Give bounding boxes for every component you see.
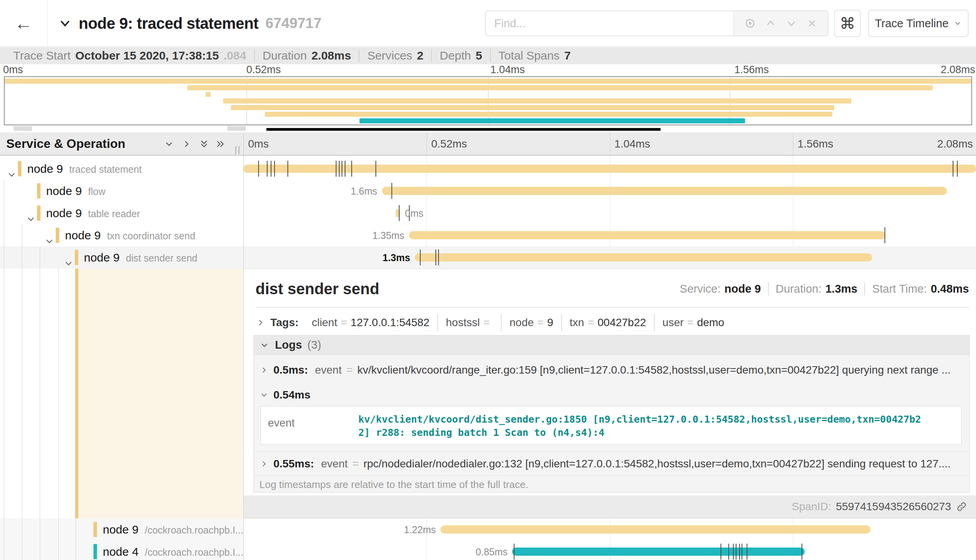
- span-row-2[interactable]: node 9flow1.6ms: [0, 180, 976, 202]
- ruler-lane: 0ms0.52ms1.04ms1.56ms2.08ms: [243, 132, 976, 155]
- span-lane[interactable]: [243, 158, 976, 180]
- span-tree-cell[interactable]: node 4/cockroach.roachpb.I...: [0, 541, 243, 560]
- span-row-4[interactable]: node 9txn coordinator send1.35ms: [0, 224, 976, 246]
- minimap-drag-handle[interactable]: [14, 126, 32, 131]
- span-bar[interactable]: [440, 525, 870, 534]
- find-suffix-buttons: [733, 11, 828, 35]
- kv-value[interactable]: kv/kvclient/kvcoord/dist_sender.go:1850 …: [358, 407, 929, 444]
- chevron-down-icon: [259, 390, 269, 400]
- span-bar[interactable]: [409, 231, 885, 239]
- next-result-icon[interactable]: [785, 17, 798, 30]
- expand-all-icon[interactable]: [215, 139, 226, 149]
- span-tree-cell[interactable]: node 9flow: [0, 180, 243, 202]
- span-row-7[interactable]: node 4/cockroach.roachpb.I...0.85ms: [0, 541, 976, 560]
- tree-guide-line: [4, 180, 4, 560]
- clear-search-icon[interactable]: [805, 17, 819, 30]
- service-color-bar: [75, 250, 78, 265]
- log-marker-tick: [258, 161, 259, 177]
- span-duration-label: 1.22ms: [404, 524, 436, 535]
- span-row-3[interactable]: node 9table reader0ms: [0, 202, 976, 224]
- tree-column-title: Service & Operation: [6, 137, 125, 151]
- summary-trace-start: Trace StartOctober 15 2020, 17:38:15.084: [5, 49, 254, 62]
- log-marker-tick: [391, 183, 392, 199]
- log-entry-1[interactable]: 0.5ms: event = kv/kvclient/kvcoord/range…: [254, 355, 969, 385]
- span-bar[interactable]: [243, 165, 976, 173]
- span-lane[interactable]: 0.85ms: [243, 541, 976, 560]
- service-color-bar: [18, 161, 21, 176]
- view-options-button[interactable]: Trace Timeline: [868, 10, 969, 37]
- tags-row[interactable]: Tags: client=127.0.0.1:54582 hostssl= no…: [255, 312, 969, 333]
- back-button[interactable]: ←: [0, 0, 48, 47]
- span-bar[interactable]: [382, 187, 947, 195]
- span-tree-cell[interactable]: node 9/cockroach.roachpb.I...: [0, 518, 243, 541]
- span-lane[interactable]: 1.6ms: [243, 180, 976, 202]
- span-tree-cell[interactable]: node 9txn coordinator send: [0, 224, 243, 246]
- span-row-5[interactable]: node 9dist sender send1.3ms: [0, 246, 976, 269]
- logs-section: Logs (3) 0.5ms: event = kv/kvclient/kvco…: [254, 335, 970, 493]
- collapse-one-icon[interactable]: [164, 139, 174, 149]
- span-duration-label: 1.35ms: [372, 230, 404, 241]
- column-divider[interactable]: [243, 132, 244, 560]
- expand-one-icon[interactable]: [181, 139, 192, 149]
- column-resize-handle[interactable]: [235, 146, 240, 154]
- keyboard-shortcuts-button[interactable]: ⌘: [834, 10, 861, 37]
- log-entry-2-header[interactable]: 0.54ms: [254, 385, 969, 405]
- span-bar[interactable]: [396, 209, 399, 217]
- minimap-tick-label: 0.52ms: [247, 64, 281, 76]
- chevron-down-icon[interactable]: [44, 236, 55, 246]
- detail-row-accent: [75, 269, 243, 518]
- chevron-down-icon[interactable]: [6, 169, 17, 180]
- span-lane[interactable]: 1.35ms: [243, 224, 976, 246]
- chevron-down-icon: [953, 19, 962, 28]
- collapse-trace-chevron-icon[interactable]: [58, 17, 72, 30]
- span-lane[interactable]: 0ms: [243, 202, 976, 224]
- view-options-label: Trace Timeline: [875, 17, 948, 30]
- summary-services: Services2: [359, 49, 431, 62]
- link-icon[interactable]: [956, 501, 967, 513]
- span-lane[interactable]: 1.3ms: [243, 246, 976, 269]
- minimap-span: [206, 92, 210, 97]
- span-row-1[interactable]: node 9traced statement: [0, 158, 976, 180]
- log-equals: =: [352, 458, 359, 470]
- trace-view-page: ← node 9: traced statement 6749717 ⌘ Tra…: [0, 0, 976, 560]
- ruler-tick-label: 2.08ms: [937, 138, 973, 150]
- tag-user: user=demo: [654, 314, 732, 331]
- logs-header[interactable]: Logs (3): [254, 335, 969, 355]
- chevron-right-icon: [259, 365, 269, 375]
- log-entry-3[interactable]: 0.55ms: event = rpc/nodedialer/nodediale…: [254, 451, 969, 476]
- span-bar[interactable]: [512, 548, 805, 556]
- minimap-tick-label: 1.04ms: [490, 64, 525, 76]
- span-bar[interactable]: [415, 253, 872, 262]
- collapse-all-icon[interactable]: [199, 139, 210, 149]
- log-marker-tick: [345, 161, 345, 177]
- chevron-down-icon[interactable]: [63, 258, 74, 269]
- operation-name: txn coordinator send: [107, 230, 196, 241]
- span-row-6[interactable]: node 9/cockroach.roachpb.I...1.22ms: [0, 518, 976, 541]
- chevron-down-icon[interactable]: [25, 214, 36, 224]
- service-name: node 4/cockroach.roachpb.I...: [103, 545, 243, 558]
- log-marker-tick: [733, 544, 734, 560]
- minimap-drag-handle[interactable]: [227, 126, 246, 131]
- locate-icon[interactable]: [743, 17, 757, 30]
- span-tree-cell[interactable]: node 9dist sender send: [0, 246, 243, 269]
- tree-guide-line: [58, 269, 59, 560]
- minimap-time-labels: 0ms0.52ms1.04ms1.56ms2.08ms: [0, 64, 976, 76]
- span-tree-cell[interactable]: node 9table reader: [0, 202, 243, 224]
- log-timestamp: 0.55ms:: [273, 458, 314, 470]
- log-key: event: [321, 458, 348, 470]
- span-lane[interactable]: 1.22ms: [243, 518, 976, 541]
- trace-minimap[interactable]: [4, 76, 972, 125]
- log-timestamp: 0.54ms: [273, 389, 310, 401]
- log-entry-2-kv-table: event kv/kvclient/kvcoord/dist_sender.go…: [261, 406, 962, 444]
- find-input[interactable]: [486, 11, 733, 35]
- operation-name: /cockroach.roachpb.I...: [145, 525, 243, 535]
- page-title: node 9: traced statement: [79, 15, 258, 32]
- span-tree-cell[interactable]: node 9traced statement: [0, 158, 243, 180]
- ruler-tick-label: 1.56ms: [798, 138, 833, 150]
- tree-guide-line: [76, 518, 76, 560]
- minimap-scrubber[interactable]: [4, 126, 972, 132]
- service-name: node 9traced statement: [27, 162, 142, 176]
- log-marker-tick: [736, 544, 736, 560]
- minimap-viewport-bar[interactable]: [266, 128, 661, 131]
- prev-result-icon[interactable]: [764, 17, 777, 30]
